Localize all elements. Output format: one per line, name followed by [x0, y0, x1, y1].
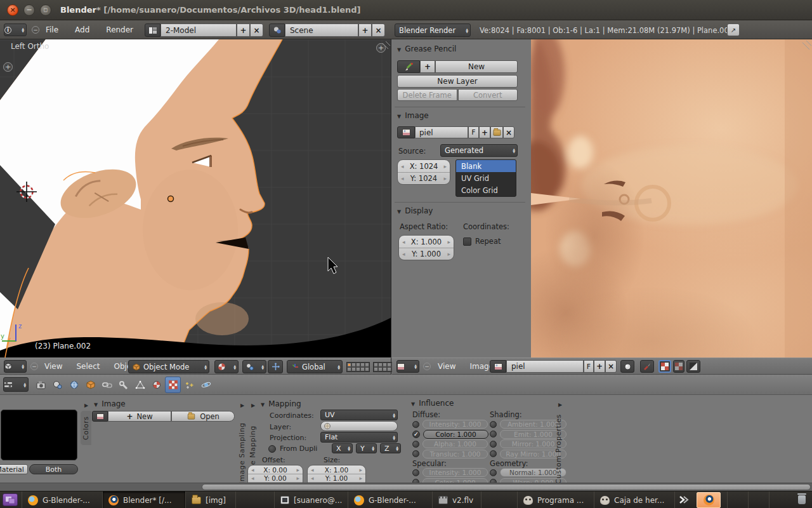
properties-hscrollbar[interactable] [0, 483, 812, 491]
task-gblender-2[interactable]: G-Blender-... [348, 491, 432, 508]
layers-grid-1[interactable] [346, 362, 370, 372]
npanel-expand-icon[interactable]: + [376, 43, 386, 53]
color-slider[interactable]: Color: 1.000 [423, 430, 488, 439]
image-open-button[interactable]: Open [171, 411, 235, 422]
fake-user-button[interactable]: F [468, 126, 479, 138]
influence-toggle[interactable] [490, 469, 497, 476]
aspect-y-stepper[interactable]: Y: 1.000 [399, 248, 454, 260]
menu-view[interactable]: View [41, 362, 66, 371]
window-list-icon[interactable] [3, 493, 18, 506]
influence-toggle[interactable] [490, 450, 497, 457]
render-engine-dropdown[interactable]: Blender Render ▲▼ [395, 23, 471, 37]
collapse-header-icon[interactable] [30, 363, 38, 370]
task-img-folder[interactable]: [img] [186, 491, 235, 508]
task-gblender-1[interactable]: G-Blender-... [22, 491, 102, 508]
coordinates-dropdown[interactable]: UV ▲▼ [320, 410, 398, 420]
gen-type-color-grid[interactable]: Color Grid [456, 184, 516, 196]
task-terminal[interactable]: [suanero@... [275, 491, 348, 508]
menu-file[interactable]: File [42, 25, 62, 34]
scene-icon[interactable] [269, 23, 285, 37]
maximize-icon[interactable]: ◻ [40, 4, 51, 16]
screen-layout-icon[interactable] [145, 23, 160, 37]
tab-scene[interactable] [49, 377, 65, 393]
from-dupli-radio[interactable] [268, 445, 276, 453]
influence-toggle[interactable] [490, 421, 497, 428]
influence-toggle[interactable] [490, 431, 497, 438]
tray-workspace-icon[interactable] [675, 491, 693, 508]
tab-modifiers[interactable] [115, 377, 131, 393]
editor-type-info-dropdown[interactable]: i ▲▼ [4, 23, 27, 36]
influence-toggle[interactable] [412, 469, 419, 476]
tab-world[interactable] [66, 377, 82, 393]
preview-both-button[interactable]: Both [29, 464, 78, 474]
new-image-button[interactable] [594, 360, 605, 373]
unlink-image-button[interactable] [503, 126, 514, 138]
tab-physics[interactable] [198, 377, 214, 393]
tab-constraints[interactable] [99, 377, 115, 393]
collapsed-panel-arrow[interactable] [240, 401, 244, 409]
axis-z-dropdown[interactable]: Z▲▼ [380, 443, 401, 453]
panel-mapping-header[interactable]: Mapping [261, 399, 301, 408]
add-screen-button[interactable] [237, 23, 250, 37]
image-browse-icon[interactable] [397, 126, 415, 138]
tab-texture[interactable] [165, 377, 181, 393]
layer-field[interactable] [320, 421, 398, 431]
influence-toggle[interactable] [490, 441, 497, 448]
menu-select[interactable]: Select [72, 362, 103, 371]
orientation-dropdown[interactable]: Global ▲▼ [287, 360, 343, 373]
draw-channel-color-button[interactable] [658, 360, 671, 373]
collapsed-panel-arrow[interactable] [84, 401, 88, 409]
delete-scene-button[interactable] [372, 23, 385, 37]
draw-channel-zbuffer-button[interactable] [686, 360, 700, 373]
repeat-checkbox[interactable] [463, 237, 471, 246]
image-browse-icon[interactable] [490, 360, 506, 373]
panel-display-header[interactable]: Display [397, 206, 433, 215]
new-image-button[interactable] [479, 126, 490, 138]
source-dropdown[interactable]: Generated ▲▼ [440, 144, 518, 157]
panel-influence-header[interactable]: Influence [411, 399, 454, 408]
uv-image-editor[interactable]: Grease Pencil New New Layer Delete Frame… [392, 39, 812, 358]
size-y-stepper[interactable]: Y: 1.00 [308, 474, 365, 482]
new-layer-button[interactable]: New Layer [397, 75, 518, 88]
offset-y-stepper[interactable]: Y: 0.00 [248, 474, 303, 482]
unlink-image-button[interactable] [605, 360, 617, 373]
collapse-header-icon[interactable] [423, 363, 431, 370]
fake-user-button[interactable]: F [584, 360, 594, 373]
offset-x-stepper[interactable]: X: 0.00 [248, 465, 303, 474]
grease-pencil-add-button[interactable] [420, 60, 435, 73]
editor-type-image-dropdown[interactable]: ▲▼ [396, 360, 419, 373]
tab-material[interactable] [148, 377, 164, 393]
influence-toggle[interactable] [412, 441, 419, 448]
grease-pencil-draw-button[interactable] [397, 60, 420, 73]
size-x-stepper[interactable]: X: 1.00 [308, 465, 365, 474]
delete-screen-button[interactable] [250, 23, 263, 37]
collapsed-panel-arrow[interactable] [558, 400, 562, 408]
minimize-icon[interactable]: − [23, 4, 35, 16]
image-sampling-tab[interactable]: Image Sampling [238, 413, 246, 483]
scene-name-field[interactable]: Scene [285, 23, 358, 37]
tab-render[interactable] [33, 377, 49, 393]
convert-button[interactable]: Convert [458, 89, 518, 101]
alpha-slider[interactable]: Alpha: 1.000 [422, 439, 488, 448]
task-video[interactable]: v2.flv [433, 491, 481, 508]
influence-toggle-checked[interactable]: ✓ [412, 431, 420, 438]
manipulator-toggle[interactable] [268, 360, 283, 373]
menu-render[interactable]: Render [102, 25, 137, 34]
mode-dropdown[interactable]: Object Mode ▲▼ [128, 360, 209, 373]
shading-dropdown[interactable]: ▲▼ [214, 360, 239, 373]
aspect-x-stepper[interactable]: X: 1.000 [399, 236, 454, 248]
colors-panel-tab[interactable]: Colors [81, 411, 91, 445]
gen-type-uv-grid[interactable]: UV Grid [456, 172, 516, 184]
translucency-slider[interactable]: Transluc: 1.000 [422, 450, 488, 458]
tab-object[interactable] [82, 377, 98, 393]
image-new-button[interactable]: New [108, 411, 171, 422]
tab-object-data[interactable] [132, 377, 148, 393]
screen-name-field[interactable]: 2-Model [160, 23, 237, 37]
specular-color-slider[interactable]: Color: 1.000 [422, 478, 488, 483]
image-pin-button[interactable] [620, 360, 634, 373]
scrollbar-thumb[interactable] [202, 484, 811, 490]
task-gimp-program[interactable]: Programa ... [518, 491, 594, 508]
trash-icon[interactable] [798, 491, 812, 508]
menu-view[interactable]: View [434, 362, 459, 371]
panel-image-header[interactable]: Image [397, 111, 429, 120]
